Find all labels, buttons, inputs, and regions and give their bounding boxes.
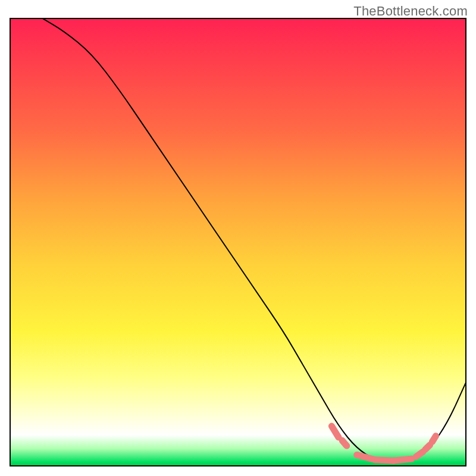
bottleneck-curve-line xyxy=(42,18,466,462)
optimal-marker-segment xyxy=(342,440,347,446)
plot-frame xyxy=(10,18,466,466)
optimal-marker-segment xyxy=(416,452,424,456)
optimal-marker-segment xyxy=(425,445,430,450)
optimal-range-markers xyxy=(331,426,436,461)
optimal-marker-segment xyxy=(393,459,412,461)
plot-svg xyxy=(10,18,466,466)
optimal-marker-segment xyxy=(432,436,436,442)
bottleneck-chart: TheBottleneck.com xyxy=(0,0,476,476)
attribution-label: TheBottleneck.com xyxy=(353,4,468,19)
optimal-marker-segment xyxy=(331,426,339,437)
